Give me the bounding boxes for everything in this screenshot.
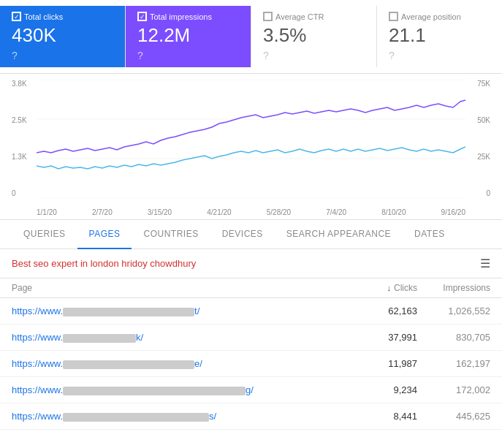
metric-average-ctr[interactable]: Average CTR 3.5% ? bbox=[251, 6, 377, 67]
average-ctr-value: 3.5% bbox=[263, 24, 365, 47]
filter-icon[interactable]: ☰ bbox=[480, 257, 490, 270]
y-left-label-2: 1.3K bbox=[12, 153, 27, 161]
tab-devices[interactable]: DEVICES bbox=[210, 220, 275, 249]
chart-y-left-axis: 3.8K 2.5K 1.3K 0 bbox=[12, 80, 27, 197]
x-label-0: 1/1/20 bbox=[37, 208, 57, 216]
x-label-1: 2/7/20 bbox=[92, 208, 113, 216]
x-label-4: 5/28/20 bbox=[267, 208, 291, 216]
filter-bar: Best seo expert in london hridoy chowdhu… bbox=[0, 249, 502, 278]
y-left-label-0: 3.8K bbox=[12, 80, 27, 88]
average-position-value: 21.1 bbox=[389, 24, 490, 47]
page-url-3[interactable]: https://www.g/ bbox=[12, 384, 344, 395]
chart-svg bbox=[37, 80, 465, 198]
y-right-label-1: 50K bbox=[477, 116, 490, 124]
table-row[interactable]: https://www.s/ 8,441 445,625 bbox=[0, 403, 502, 430]
impressions-1: 830,705 bbox=[417, 332, 490, 343]
average-ctr-checkbox[interactable] bbox=[263, 12, 273, 21]
clicks-0: 62,163 bbox=[344, 305, 417, 316]
total-clicks-checkbox[interactable] bbox=[12, 12, 21, 21]
table-header: Page ↓ Clicks Impressions bbox=[0, 278, 502, 298]
chart-area: 3.8K 2.5K 1.3K 0 75K 50K 25K 0 1/1/20 2/… bbox=[0, 74, 502, 220]
total-clicks-value: 430K bbox=[12, 24, 113, 47]
metric-average-position[interactable]: Average position 21.1 ? bbox=[377, 6, 502, 67]
col-header-impressions[interactable]: Impressions bbox=[417, 283, 490, 293]
clicks-3: 9,234 bbox=[344, 384, 417, 395]
metric-total-clicks[interactable]: Total clicks 430K ? bbox=[0, 6, 126, 67]
clicks-1: 37,991 bbox=[344, 332, 417, 343]
impressions-0: 1,026,552 bbox=[417, 305, 490, 316]
col-header-page[interactable]: Page bbox=[12, 283, 344, 293]
average-ctr-help[interactable]: ? bbox=[263, 50, 365, 61]
clicks-2: 11,987 bbox=[344, 358, 417, 369]
x-label-6: 8/10/20 bbox=[381, 208, 406, 216]
y-left-label-1: 2.5K bbox=[12, 116, 27, 124]
chart-y-right-axis: 75K 50K 25K 0 bbox=[477, 80, 490, 197]
table-row[interactable]: https://www.e/ 11,987 162,197 bbox=[0, 351, 502, 377]
tab-countries[interactable]: COUNTRIES bbox=[132, 220, 210, 249]
filter-text: Best seo expert in london hridoy chowdhu… bbox=[12, 258, 196, 269]
table-row[interactable]: https://www.k/ 37,991 830,705 bbox=[0, 324, 502, 351]
page-url-1[interactable]: https://www.k/ bbox=[12, 332, 344, 343]
page-url-0[interactable]: https://www.t/ bbox=[12, 305, 344, 316]
total-impressions-help[interactable]: ? bbox=[137, 50, 239, 61]
x-label-5: 7/4/20 bbox=[326, 208, 346, 216]
y-right-label-3: 0 bbox=[477, 189, 490, 197]
total-impressions-value: 12.2M bbox=[137, 24, 239, 47]
tabs-bar: QUERIES PAGES COUNTRIES DEVICES SEARCH A… bbox=[0, 220, 502, 249]
total-impressions-checkbox[interactable] bbox=[137, 12, 147, 21]
sort-down-icon: ↓ bbox=[387, 284, 392, 292]
x-label-3: 4/21/20 bbox=[207, 208, 231, 216]
impressions-4: 445,625 bbox=[417, 411, 490, 422]
average-position-label: Average position bbox=[401, 12, 461, 21]
y-right-label-0: 75K bbox=[477, 80, 490, 88]
tab-dates[interactable]: DATES bbox=[403, 220, 457, 249]
table-row[interactable]: https://www.t/ 62,163 1,026,552 bbox=[0, 298, 502, 324]
impressions-3: 172,002 bbox=[417, 384, 490, 395]
table-row[interactable]: https://www.g/ 9,234 172,002 bbox=[0, 377, 502, 403]
tab-search-appearance[interactable]: SEARCH APPEARANCE bbox=[275, 220, 403, 249]
total-clicks-help[interactable]: ? bbox=[12, 50, 113, 61]
x-label-7: 9/16/20 bbox=[441, 208, 465, 216]
clicks-4: 8,441 bbox=[344, 411, 417, 422]
average-position-checkbox[interactable] bbox=[389, 12, 398, 21]
table-body: https://www.t/ 62,163 1,026,552 https://… bbox=[0, 298, 502, 430]
tab-queries[interactable]: QUERIES bbox=[12, 220, 77, 249]
average-position-help[interactable]: ? bbox=[389, 50, 490, 61]
y-right-label-2: 25K bbox=[477, 153, 490, 161]
chart-x-axis: 1/1/20 2/7/20 3/15/20 4/21/20 5/28/20 7/… bbox=[37, 208, 465, 216]
average-ctr-label: Average CTR bbox=[275, 12, 324, 21]
total-clicks-label: Total clicks bbox=[24, 12, 63, 21]
impressions-2: 162,197 bbox=[417, 358, 490, 369]
col-header-clicks[interactable]: ↓ Clicks bbox=[344, 283, 417, 293]
y-left-label-3: 0 bbox=[12, 189, 27, 197]
metric-total-impressions[interactable]: Total impressions 12.2M ? bbox=[126, 6, 251, 67]
tab-pages[interactable]: PAGES bbox=[77, 220, 132, 249]
total-impressions-label: Total impressions bbox=[150, 12, 212, 21]
x-label-2: 3/15/20 bbox=[148, 208, 172, 216]
page-url-4[interactable]: https://www.s/ bbox=[12, 411, 344, 422]
metrics-bar: Total clicks 430K ? Total impressions 12… bbox=[0, 0, 502, 74]
page-url-2[interactable]: https://www.e/ bbox=[12, 358, 344, 369]
